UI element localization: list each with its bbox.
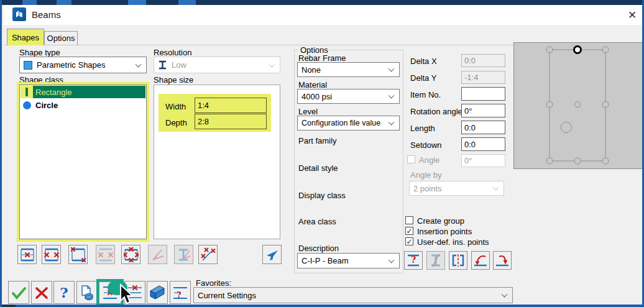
circle-shape-icon — [23, 101, 31, 109]
pointer-select-button[interactable] — [262, 245, 282, 264]
cancel-button[interactable] — [31, 281, 52, 304]
rebar-frame-dropdown[interactable]: None — [297, 62, 400, 77]
ok-button[interactable] — [8, 281, 29, 304]
create-group-checkbox[interactable] — [405, 216, 413, 224]
list-item-label: Rectangle — [33, 88, 72, 97]
insertion-side-points-icon — [44, 247, 59, 262]
check-icon: ✓ — [406, 227, 412, 235]
width-label: Width — [165, 102, 186, 111]
chevron-down-icon — [389, 257, 395, 263]
insertion-profile-angle-disabled-icon — [177, 247, 191, 262]
grip-center[interactable] — [575, 102, 581, 108]
delta-x-input — [461, 54, 505, 67]
favorites-dropdown[interactable]: Current Settings — [193, 287, 513, 303]
grip-bottom-right[interactable] — [602, 158, 609, 164]
list-item-circle[interactable]: Circle — [21, 99, 145, 111]
angle-label: Angle — [419, 155, 439, 165]
resolution-dropdown[interactable]: Low — [154, 57, 280, 73]
description-label: Description — [298, 244, 339, 253]
insertion-profile-angle-disabled-button — [174, 245, 193, 264]
length-input[interactable] — [461, 121, 505, 134]
grip-user-defined[interactable] — [561, 122, 572, 133]
grip-mid-left[interactable] — [546, 101, 553, 108]
query-dimension-button[interactable]: ? — [404, 251, 423, 270]
tab-shapes[interactable]: Shapes — [7, 29, 44, 45]
pick-center-point-icon — [102, 285, 118, 301]
item-no-input[interactable] — [461, 87, 505, 101]
favorites-value: Current Settings — [198, 291, 256, 300]
shape-type-dropdown[interactable]: Parametric Shapes — [19, 57, 147, 73]
insertion-points-label: Insertion points — [417, 227, 472, 236]
cancel-x-icon — [34, 285, 50, 301]
resolution-value: Low — [172, 60, 186, 70]
chevron-down-icon — [136, 61, 142, 67]
profile-strike-button[interactable] — [426, 251, 445, 270]
profile-strike-icon — [428, 253, 443, 268]
shape-size-panel: Width Depth — [159, 94, 271, 132]
shape-class-list: Rectangle Circle — [19, 85, 147, 239]
rotation-angle-input[interactable] — [461, 104, 505, 117]
window-title: Beams — [32, 9, 61, 20]
delta-y-label: Delta Y — [410, 73, 436, 83]
material-value: 4000 psi — [301, 92, 332, 101]
beam-3d-button[interactable] — [147, 281, 168, 304]
area-class-label: Area class — [298, 217, 336, 226]
grip-top-center-selected[interactable] — [574, 47, 581, 53]
level-dropdown[interactable]: Configuration file value — [297, 116, 400, 131]
parametric-shape-icon — [24, 61, 32, 70]
insertion-edge-midpoints-button[interactable] — [121, 245, 140, 264]
material-dropdown[interactable]: 4000 psi — [297, 89, 400, 104]
setdown-input[interactable] — [461, 137, 505, 151]
close-icon[interactable]: ✕ — [623, 7, 641, 23]
rotate-arrow-down-button[interactable] — [493, 251, 512, 270]
grip-bottom-left[interactable] — [546, 158, 553, 164]
user-def-ins-points-checkbox[interactable]: ✓ — [405, 237, 413, 245]
pick-center-point-button[interactable] — [99, 282, 121, 304]
database-copy-button[interactable] — [76, 281, 98, 304]
create-group-label: Create group — [417, 216, 464, 226]
depth-input[interactable] — [195, 114, 267, 129]
material-label: Material — [298, 80, 327, 89]
insertion-side-points-disabled-button — [96, 245, 115, 264]
rotate-arrow-left-button[interactable] — [471, 251, 490, 270]
insertion-curve-points-button[interactable] — [198, 245, 218, 264]
window-top-border — [2, 0, 644, 5]
grip-bottom-center[interactable] — [574, 158, 581, 164]
list-item-rectangle[interactable]: Rectangle — [21, 86, 145, 98]
insertion-angle-disabled-button — [148, 245, 167, 264]
grip-top-right[interactable] — [602, 47, 609, 53]
beams-dialog: Beams ✕ Shapes Options Shape type Parame… — [0, 0, 644, 307]
tab-options[interactable]: Options — [44, 31, 78, 45]
shape-size-label: Shape size — [154, 75, 193, 85]
insertion-center-point-icon — [20, 247, 35, 262]
insertion-points-checkbox[interactable]: ✓ — [405, 227, 413, 235]
query-properties-button[interactable]: ? — [170, 281, 191, 304]
beam-3d-icon — [148, 283, 167, 302]
insertion-point-preview[interactable] — [513, 42, 644, 169]
mirror-button[interactable] — [449, 251, 467, 270]
shape-type-label: Shape type — [19, 48, 60, 57]
insertion-angle-disabled-icon — [150, 247, 165, 262]
grip-top-left[interactable] — [546, 47, 553, 53]
description-dropdown[interactable]: C-I-P - Beam — [297, 253, 400, 268]
chevron-down-icon — [389, 93, 395, 99]
grip-mid-right[interactable] — [602, 101, 609, 108]
angle-by-value: 2 points — [413, 184, 442, 193]
level-value: Configuration file value — [301, 119, 380, 127]
svg-text:?: ? — [177, 290, 181, 299]
width-input[interactable] — [195, 98, 267, 113]
rotation-angle-label: Rotation angle — [410, 107, 462, 116]
query-properties-icon: ? — [172, 285, 188, 301]
pick-top-point-button[interactable] — [124, 281, 145, 304]
list-item-label: Circle — [33, 101, 58, 110]
insertion-center-point-button[interactable] — [17, 245, 37, 264]
mirror-icon — [451, 253, 466, 268]
chevron-down-icon — [269, 61, 275, 67]
database-copy-icon — [78, 284, 96, 301]
insertion-corner-points-button[interactable] — [68, 245, 88, 264]
rotate-arrow-left-icon — [473, 253, 488, 268]
display-class-label: Display class — [298, 191, 346, 200]
insertion-side-points-button[interactable] — [42, 245, 61, 264]
help-button[interactable]: ? — [53, 281, 75, 304]
depth-label: Depth — [165, 118, 187, 127]
